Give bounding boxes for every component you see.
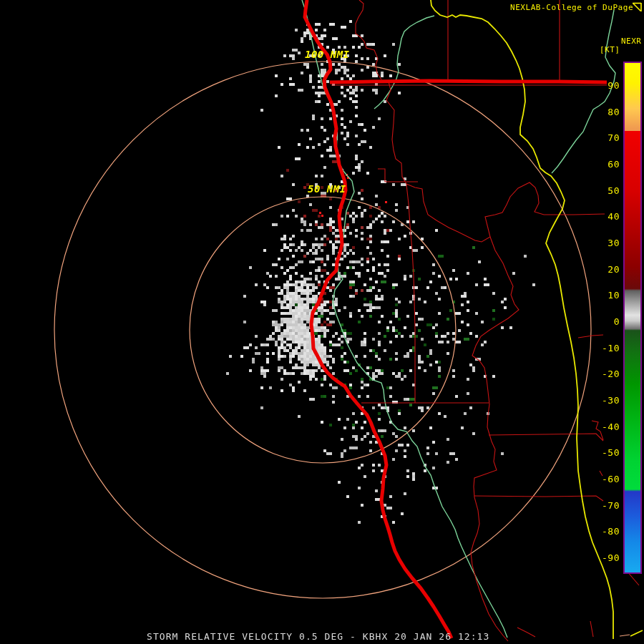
colorbar-tick-60: 60 [587, 159, 620, 170]
ring-fragment-bottom-right [620, 635, 630, 636]
product-label: NEXR [621, 36, 642, 46]
colorbar-tick--90: -90 [587, 552, 620, 563]
colorbar-tick-40: 40 [587, 211, 620, 222]
colorbar-tick--30: -30 [587, 395, 620, 406]
colorbar [623, 62, 642, 574]
county-line-horizontal-693 [474, 496, 603, 501]
site-title: NEXLAB-College of DuPage [510, 3, 633, 12]
county-line-horizontal-607 [489, 434, 603, 441]
county-line-corner-se2 [590, 621, 593, 637]
status-bar: STORM RELATIVE VELOCITY 0.5 DEG - KBHX 2… [147, 631, 489, 642]
colorbar-tick--20: -20 [587, 369, 620, 379]
county-line-east-network [386, 82, 605, 242]
colorbar-tick-20: 20 [587, 264, 620, 275]
colorbar-tick--40: -40 [587, 421, 620, 432]
colorbar-tick-30: 30 [587, 238, 620, 248]
county-line-step [378, 169, 418, 182]
river-north-right [552, 10, 615, 173]
colorbar-tick--70: -70 [587, 500, 620, 511]
range-ring-50nmi [190, 197, 456, 463]
highway-us101 [305, 0, 452, 638]
range-label-50nmi: 50 NMI [308, 183, 346, 195]
colorbar-tick-50: 50 [587, 185, 620, 196]
colorbar-tick-10: 10 [587, 290, 620, 301]
colorbar-tick--80: -80 [587, 526, 620, 537]
colorbar-tick-80: 80 [587, 107, 620, 117]
colorbar-tick--50: -50 [587, 447, 620, 458]
radar-display: NEXLAB-College of DuPage NEXR [KT] 100 N… [0, 0, 644, 644]
county-line-bottom [517, 628, 535, 637]
colorbar-tick--10: -10 [587, 343, 620, 353]
interstate-5 [431, 0, 613, 639]
cod-logo-icon [632, 2, 643, 13]
colorbar-tick--60: -60 [587, 474, 620, 484]
colorbar-tick-90: 90 [587, 80, 620, 91]
units-label: [KT] [600, 45, 620, 54]
highway-299 [330, 81, 607, 82]
river-northeast [374, 16, 434, 109]
county-line-south-branch [406, 185, 415, 403]
interstate-branch-bottom-right [630, 630, 643, 636]
colorbar-tick-0: 0 [587, 316, 620, 327]
river-eel [302, 0, 507, 638]
range-label-100nmi: 100 NMI [305, 49, 350, 60]
range-ring-100nmi [54, 62, 591, 598]
colorbar-tick-70: 70 [587, 132, 620, 143]
colorbar-gradient [625, 63, 640, 572]
map-overlay [0, 0, 644, 644]
